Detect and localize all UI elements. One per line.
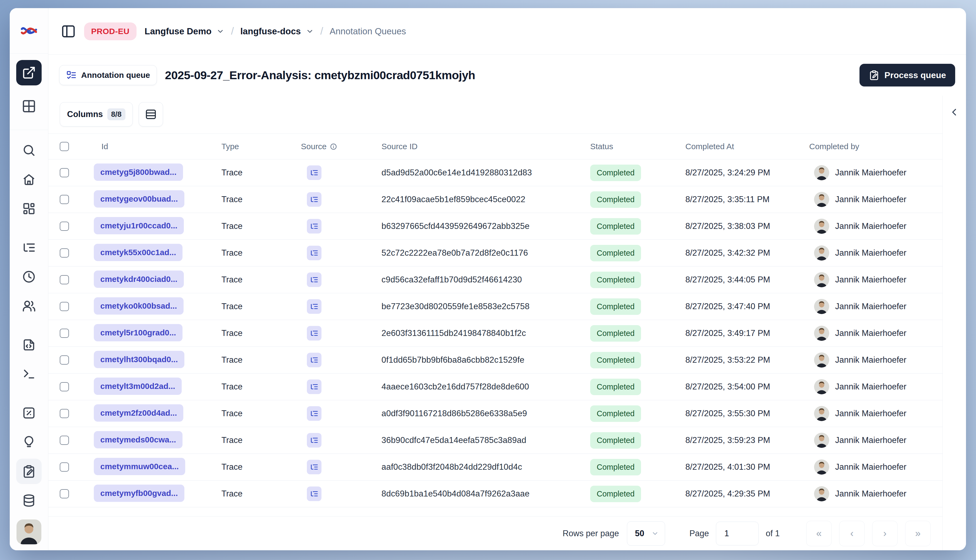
page-number-input[interactable] (716, 522, 759, 545)
completed-by-name: Jannik Maierhoefer (835, 168, 906, 178)
table-row: cmetyko0k00bsad... Trace be7723e30d80205… (48, 293, 943, 320)
source-trace-button[interactable] (307, 460, 322, 474)
table-row: cmetykdr400ciad0... Trace c9d56ca32efaff… (48, 267, 943, 293)
sidebar-item-search[interactable] (16, 138, 42, 163)
source-trace-button[interactable] (307, 380, 322, 394)
page-label: Page (689, 528, 709, 538)
item-id-badge[interactable]: cmetyg5j800bwad... (94, 163, 183, 181)
source-trace-button[interactable] (307, 299, 322, 314)
header-completed-at: Completed At (686, 142, 809, 151)
item-id-badge[interactable]: cmetyko0k00bsad... (94, 297, 184, 315)
row-checkbox[interactable] (60, 248, 69, 258)
item-id-badge[interactable]: cmetylht300bqad0... (94, 351, 184, 368)
completed-by-cell: Jannik Maierhoefer (809, 192, 943, 207)
breadcrumb-org[interactable]: Langfuse Demo (145, 26, 212, 37)
select-all-checkbox[interactable] (60, 142, 69, 151)
next-page-button[interactable]: › (872, 521, 898, 546)
chevron-down-icon[interactable] (216, 27, 224, 35)
row-height-button[interactable] (139, 102, 163, 127)
avatar (814, 272, 829, 287)
item-id-badge[interactable]: cmetygeov00buad... (94, 190, 184, 208)
sidebar-item-dashboards[interactable] (16, 196, 42, 222)
source-trace-button[interactable] (307, 326, 322, 340)
chevron-down-icon[interactable] (306, 27, 314, 35)
row-checkbox[interactable] (60, 195, 69, 204)
sidebar-item-tracing[interactable] (16, 235, 42, 260)
source-trace-button[interactable] (307, 433, 322, 448)
item-id-badge[interactable]: cmetymyfb00gvad... (94, 485, 184, 502)
table-header-row: Id Type Source Source ID Status (48, 133, 943, 160)
title-row: Annotation queue 2025-09-27_Error-Analys… (48, 55, 966, 96)
item-id-badge[interactable]: cmetykdr400ciad0... (94, 270, 184, 288)
header-id: Id (77, 142, 222, 151)
sidebar (10, 8, 48, 550)
header-status: Status (590, 142, 686, 151)
completed-at-cell: 8/27/2025, 3:35:11 PM (686, 195, 809, 204)
sidebar-item-home[interactable] (16, 167, 42, 192)
sidebar-item-annotation-queues[interactable] (16, 458, 42, 484)
info-icon[interactable] (330, 143, 337, 150)
process-queue-button[interactable]: Process queue (859, 64, 955, 87)
sidebar-item-sessions[interactable] (16, 264, 42, 290)
completed-by-cell: Jannik Maierhoefer (809, 379, 943, 394)
expand-panel-button[interactable] (949, 107, 960, 118)
item-id-badge[interactable]: cmetylt3m00d2ad... (94, 378, 182, 395)
first-page-button[interactable]: « (806, 521, 832, 546)
row-checkbox[interactable] (60, 275, 69, 284)
row-checkbox[interactable] (60, 222, 69, 231)
sidebar-item-users[interactable] (16, 293, 42, 318)
row-checkbox[interactable] (60, 382, 69, 392)
type-cell: Trace (222, 435, 301, 445)
item-id-badge[interactable]: cmetyk55x00c1ad... (94, 244, 182, 261)
item-id-badge[interactable]: cmetym2fz00d4ad... (94, 404, 183, 422)
source-id-cell: 36b90cdfc47e5da14eefa5785c3a89ad (382, 435, 590, 445)
breadcrumb-project[interactable]: langfuse-docs (240, 26, 301, 37)
sidebar-toggle-button[interactable] (61, 24, 76, 39)
completed-by-cell: Jannik Maierhoefer (809, 245, 943, 260)
row-checkbox[interactable] (60, 302, 69, 311)
sidebar-item-prompts[interactable] (16, 332, 42, 358)
row-checkbox[interactable] (60, 168, 69, 177)
sidebar-item-evaluation[interactable] (16, 430, 42, 455)
source-trace-button[interactable] (307, 487, 322, 501)
row-checkbox[interactable] (60, 489, 69, 498)
columns-label: Columns (67, 110, 103, 119)
row-checkbox[interactable] (60, 436, 69, 445)
row-checkbox[interactable] (60, 409, 69, 418)
table-row: cmetymyfb00gvad... Trace 8dc69b1ba1e540b… (48, 480, 943, 507)
previous-page-button[interactable]: ‹ (839, 521, 864, 546)
item-id-badge[interactable]: cmetyl5r100grad0... (94, 324, 182, 342)
source-trace-button[interactable] (307, 353, 322, 367)
table-row: cmetym2fz00d4ad... Trace a0df3f901167218… (48, 400, 943, 427)
source-trace-button[interactable] (307, 192, 322, 207)
completed-at-cell: 8/27/2025, 3:42:32 PM (686, 248, 809, 258)
header-type: Type (222, 142, 301, 151)
table-row: cmetylt3m00d2ad... Trace 4aaece1603cb2e1… (48, 373, 943, 400)
user-avatar[interactable] (17, 520, 42, 544)
item-id-badge[interactable]: cmetymeds00cwa... (94, 431, 182, 448)
sidebar-item-playground[interactable] (16, 362, 42, 387)
breadcrumb-separator: / (318, 25, 326, 37)
completed-by-cell: Jannik Maierhoefer (809, 165, 943, 180)
source-trace-button[interactable] (307, 272, 322, 287)
source-id-cell: 0f1dd65b7bb9bf6ba8a6cbb82c1529fe (382, 355, 590, 365)
source-trace-button[interactable] (307, 165, 322, 180)
sidebar-item-tables[interactable] (16, 93, 42, 119)
completed-by-name: Jannik Maierhoefer (835, 489, 906, 498)
source-trace-button[interactable] (307, 219, 322, 233)
completed-at-cell: 8/27/2025, 3:38:03 PM (686, 222, 809, 231)
last-page-button[interactable]: » (905, 521, 931, 546)
row-checkbox[interactable] (60, 355, 69, 365)
sidebar-item-scores[interactable] (16, 400, 42, 426)
row-checkbox[interactable] (60, 328, 69, 338)
item-id-badge[interactable]: cmetyju1r00ccad0... (94, 217, 184, 234)
columns-button[interactable]: Columns 8/8 (60, 102, 133, 127)
rows-per-page-select[interactable]: 50 (627, 522, 665, 546)
sidebar-item-go-to-project[interactable] (16, 60, 42, 85)
sidebar-item-datasets[interactable] (16, 488, 42, 513)
status-badge: Completed (590, 378, 641, 395)
item-id-badge[interactable]: cmetymmuw00cea... (94, 458, 185, 475)
source-trace-button[interactable] (307, 246, 322, 260)
source-trace-button[interactable] (307, 406, 322, 421)
row-checkbox[interactable] (60, 462, 69, 472)
